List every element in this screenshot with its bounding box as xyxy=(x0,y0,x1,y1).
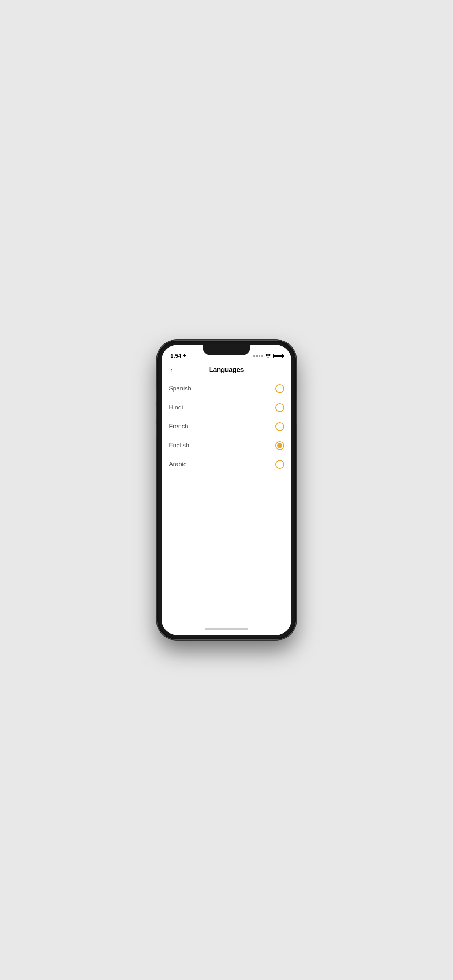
battery-icon xyxy=(273,354,283,358)
signal-icon xyxy=(254,355,263,357)
language-label: Hindi xyxy=(169,404,183,411)
radio-button-hindi[interactable] xyxy=(275,403,284,412)
language-label: Arabic xyxy=(169,461,187,468)
status-bar: 1:54 ✈ xyxy=(161,345,292,361)
language-label: English xyxy=(169,442,189,449)
phone-frame: 1:54 ✈ xyxy=(157,340,296,640)
radio-button-french[interactable] xyxy=(275,422,284,431)
phone-screen: 1:54 ✈ xyxy=(161,345,292,635)
list-item[interactable]: Spanish xyxy=(169,379,284,398)
radio-button-spanish[interactable] xyxy=(275,384,284,393)
list-item[interactable]: Arabic xyxy=(169,455,284,474)
list-item[interactable]: French xyxy=(169,417,284,436)
back-button[interactable]: ← xyxy=(169,365,177,375)
time-display: 1:54 xyxy=(170,353,181,359)
nav-header: ← Languages xyxy=(161,361,292,379)
list-item[interactable]: English xyxy=(169,436,284,455)
location-icon: ✈ xyxy=(183,353,187,358)
language-list: Spanish Hindi French English xyxy=(161,379,292,474)
radio-button-english[interactable] xyxy=(275,441,284,450)
home-indicator xyxy=(161,623,292,635)
page-title: Languages xyxy=(209,366,244,374)
status-time: 1:54 ✈ xyxy=(170,353,187,359)
language-label: French xyxy=(169,423,188,430)
radio-button-arabic[interactable] xyxy=(275,460,284,469)
language-label: Spanish xyxy=(169,385,191,392)
wifi-icon xyxy=(265,353,271,359)
home-bar xyxy=(205,628,248,630)
notch xyxy=(203,345,250,355)
status-icons xyxy=(254,353,283,359)
list-item[interactable]: Hindi xyxy=(169,398,284,417)
content-area: Spanish Hindi French English xyxy=(161,379,292,623)
